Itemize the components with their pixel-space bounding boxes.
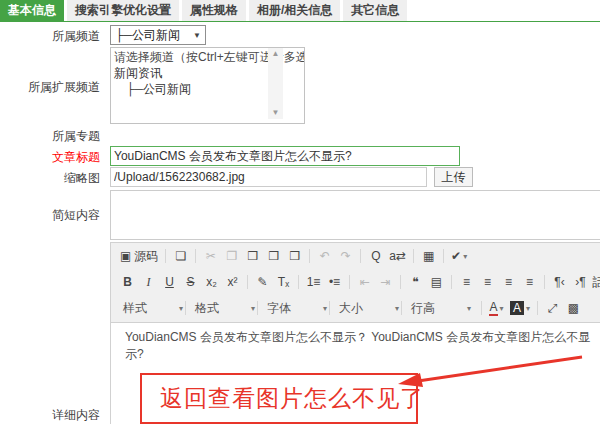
outdent-button[interactable]: ⇤	[355, 273, 374, 291]
redo-button[interactable]: ↷	[336, 247, 355, 265]
source-button[interactable]: ▣ 源码	[118, 247, 160, 265]
styles-combo[interactable]: 样式 ▾	[119, 299, 187, 317]
bidi-rtl-button[interactable]: ›¶	[571, 273, 590, 291]
channel-select-value: ├─公司新闻	[115, 27, 180, 44]
channel-label: 所属频道	[0, 28, 100, 45]
chevron-down-icon: ▾	[467, 304, 471, 313]
chevron-down-icon: ▾	[251, 304, 255, 313]
chevron-down-icon: ▾	[323, 304, 327, 313]
ext-channel-option-news[interactable]: 新闻资讯	[114, 65, 287, 81]
tab-attribute-spec[interactable]: 属性规格	[182, 0, 246, 21]
annotation-red-box: 返回查看图片怎么不见了	[140, 373, 418, 424]
annotation-arrow-icon	[394, 350, 589, 395]
tab-album-related-info[interactable]: 相册/相关信息	[249, 0, 340, 21]
article-title-label: 文章标题	[0, 149, 100, 166]
annotation-text: 返回查看图片怎么不见了	[160, 383, 424, 414]
find-button[interactable]: Q	[366, 247, 385, 265]
thumbnail-label: 缩略图	[0, 170, 100, 187]
scroll-down-icon[interactable]: ▼	[272, 107, 280, 119]
combo-group: 样式 ▾ 格式 ▾ 字体 ▾ 大小 ▾ 行高 ▾	[117, 299, 477, 317]
color-button-group: A ▾ A ▾ ⤢ ▩	[477, 299, 584, 317]
bg-color-button[interactable]: A ▾	[508, 299, 532, 317]
language-button[interactable]: 話 ▾	[592, 273, 600, 291]
font-combo[interactable]: 字体 ▾	[263, 299, 331, 317]
superscript-button[interactable]: x²	[223, 273, 242, 291]
ext-channel-label: 所属扩展频道	[0, 79, 100, 96]
chevron-down-icon: ▼	[193, 31, 201, 40]
bidi-ltr-button[interactable]: ¶‹	[550, 273, 569, 291]
maximize-button[interactable]: ⤢	[543, 299, 562, 317]
ext-channel-option-placeholder[interactable]: 请选择频道（按Ctrl+左键可进行多选）	[114, 49, 287, 65]
tab-bar: 基本信息搜索引擎优化设置属性规格相册/相关信息其它信息	[0, 0, 600, 22]
chevron-down-icon: ▾	[179, 304, 183, 313]
spellcheck-button[interactable]: ✔ ▾	[449, 247, 469, 265]
cut-button[interactable]: ✂	[201, 247, 220, 265]
paste-from-word-button[interactable]: ❒	[285, 247, 304, 265]
tab-seo-settings[interactable]: 搜索引擎优化设置	[67, 0, 179, 21]
undo-button[interactable]: ↶	[315, 247, 334, 265]
thumbnail-path-input[interactable]	[110, 167, 427, 187]
line-height-combo[interactable]: 行高 ▾	[407, 299, 475, 317]
article-edit-page: 基本信息搜索引擎优化设置属性规格相册/相关信息其它信息 所属频道 ├─公司新闻 …	[0, 0, 600, 424]
bold-button[interactable]: B	[118, 273, 137, 291]
chevron-down-icon: ▾	[395, 304, 399, 313]
tab-basic-info[interactable]: 基本信息	[0, 0, 64, 21]
blockquote-button[interactable]: ❝	[406, 273, 425, 291]
copy-format-button[interactable]: ✎	[253, 273, 272, 291]
paste-plain-text-button[interactable]: ❒	[264, 247, 283, 265]
channel-select[interactable]: ├─公司新闻 ▼	[110, 25, 206, 45]
upload-button[interactable]: 上传	[434, 167, 473, 187]
editor-toolbar-row3: 样式 ▾ 格式 ▾ 字体 ▾ 大小 ▾ 行高 ▾	[111, 295, 600, 321]
copy-button[interactable]: ❐	[222, 247, 241, 265]
indent-button[interactable]: ⇥	[376, 273, 395, 291]
select-all-button[interactable]: ▦	[419, 247, 438, 265]
remove-format-button[interactable]: Tₓ	[274, 273, 293, 291]
subscript-button[interactable]: x₂	[202, 273, 221, 291]
listbox-scrollbar[interactable]: ▲ ▼	[268, 48, 283, 119]
editor-toolbar-row1: ▣ 源码 ❏ ✂ ❐ ❒	[111, 243, 600, 269]
scroll-up-icon[interactable]: ▲	[272, 48, 280, 60]
tab-other-info[interactable]: 其它信息	[343, 0, 407, 21]
align-right-button[interactable]: ≡	[499, 273, 518, 291]
short-content-textarea[interactable]	[110, 190, 600, 240]
topic-label: 所属专题	[0, 128, 100, 145]
article-title-input[interactable]	[110, 146, 460, 166]
underline-button[interactable]: U	[160, 273, 179, 291]
short-content-label: 简短内容	[0, 207, 100, 224]
strikethrough-button[interactable]: S	[181, 273, 200, 291]
replace-button[interactable]: a⇄	[387, 247, 408, 265]
align-center-button[interactable]: ≡	[478, 273, 497, 291]
align-left-button[interactable]: ≡	[457, 273, 476, 291]
paste-button[interactable]: ❒	[243, 247, 262, 265]
detail-content-label: 详细内容	[0, 407, 100, 424]
show-blocks-button[interactable]: ▩	[564, 299, 583, 317]
editor-toolbar-row2: B I U S x₂	[111, 269, 600, 295]
rich-text-editor: ▣ 源码 ❏ ✂ ❐ ❒	[110, 242, 600, 424]
div-container-button[interactable]: ▤	[427, 273, 446, 291]
format-combo[interactable]: 格式 ▾	[191, 299, 259, 317]
ext-channel-option-company-news[interactable]: ├─公司新闻	[114, 81, 287, 97]
editor-content-area[interactable]: YouDianCMS 会员发布文章图片怎么不显示？ YouDianCMS 会员发…	[111, 322, 600, 424]
size-combo[interactable]: 大小 ▾	[335, 299, 403, 317]
ordered-list-button[interactable]: 1≡	[304, 273, 323, 291]
italic-button[interactable]: I	[139, 273, 158, 291]
bullet-list-button[interactable]: •≡	[325, 273, 344, 291]
new-page-button[interactable]: ❏	[171, 247, 190, 265]
text-color-button[interactable]: A ▾	[487, 299, 506, 317]
align-justify-button[interactable]: ≡	[520, 273, 539, 291]
